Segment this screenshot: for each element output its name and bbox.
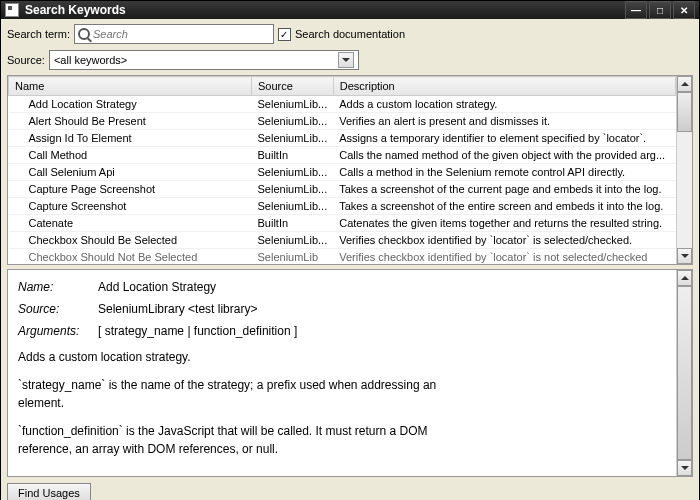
cell-name: Assign Id To Element [9, 130, 252, 147]
cell-desc: Verifies an alert is present and dismiss… [333, 113, 675, 130]
table-row[interactable]: Checkbox Should Be SelectedSeleniumLib..… [9, 232, 676, 249]
source-label: Source: [7, 54, 45, 66]
cell-source: SeleniumLib... [252, 96, 334, 113]
app-icon [5, 3, 19, 17]
cell-source: SeleniumLib... [252, 113, 334, 130]
detail-scrollbar[interactable] [676, 270, 692, 476]
scroll-down-icon[interactable] [677, 248, 692, 264]
scroll-up-icon[interactable] [677, 270, 692, 286]
cell-name: Catenate [9, 215, 252, 232]
search-input-wrap[interactable] [74, 24, 274, 44]
scroll-thumb[interactable] [677, 92, 692, 132]
search-input[interactable] [93, 28, 270, 40]
cell-source: SeleniumLib... [252, 164, 334, 181]
table-row[interactable]: Checkbox Should Not Be SelectedSeleniumL… [9, 249, 676, 265]
table-scrollbar[interactable] [676, 76, 692, 264]
cell-desc: Catenates the given items together and r… [333, 215, 675, 232]
detail-body: Name: Add Location Strategy Source: Sele… [8, 270, 676, 476]
cell-source: SeleniumLib... [252, 130, 334, 147]
cell-name: Call Selenium Api [9, 164, 252, 181]
table-row[interactable]: Capture ScreenshotSeleniumLib...Takes a … [9, 198, 676, 215]
detail-para: Adds a custom location strategy. [18, 348, 666, 366]
maximize-button[interactable]: □ [649, 1, 671, 19]
table-row[interactable]: Assign Id To ElementSeleniumLib...Assign… [9, 130, 676, 147]
scroll-up-icon[interactable] [677, 76, 692, 92]
source-selected: <all keywords> [54, 54, 127, 66]
footer-area: Find Usages [3, 479, 697, 500]
keyword-table-area: Name Source Description Add Location Str… [7, 75, 693, 265]
source-select[interactable]: <all keywords> [49, 50, 359, 70]
search-doc-label: Search documentation [295, 28, 405, 40]
titlebar: Search Keywords — □ ✕ [1, 1, 699, 19]
cell-source: SeleniumLib... [252, 198, 334, 215]
cell-name: Capture Page Screenshot [9, 181, 252, 198]
detail-name-value: Add Location Strategy [98, 278, 216, 296]
minimize-button[interactable]: — [625, 1, 647, 19]
search-keywords-window: Search Keywords — □ ✕ Search term: ✓ Sea… [0, 0, 700, 500]
keyword-table: Name Source Description Add Location Str… [8, 76, 676, 264]
detail-para: `function_definition` is the JavaScript … [18, 422, 458, 458]
detail-para: `strategy_name` is the name of the strat… [18, 376, 438, 412]
cell-desc: Adds a custom location strategy. [333, 96, 675, 113]
detail-name-label: Name: [18, 278, 98, 296]
table-header-row: Name Source Description [9, 77, 676, 96]
cell-name: Add Location Strategy [9, 96, 252, 113]
table-row[interactable]: Alert Should Be PresentSeleniumLib...Ver… [9, 113, 676, 130]
col-name[interactable]: Name [9, 77, 252, 96]
search-doc-checkbox[interactable]: ✓ [278, 28, 291, 41]
table-row[interactable]: Capture Page ScreenshotSeleniumLib...Tak… [9, 181, 676, 198]
table-row[interactable]: Call Selenium ApiSeleniumLib...Calls a m… [9, 164, 676, 181]
detail-source-value: SeleniumLibrary <test library> [98, 300, 257, 318]
scroll-track[interactable] [677, 92, 692, 248]
table-row[interactable]: Add Location StrategySeleniumLib...Adds … [9, 96, 676, 113]
cell-desc: Takes a screenshot of the entire screen … [333, 198, 675, 215]
cell-desc: Assigns a temporary identifier to elemen… [333, 130, 675, 147]
close-button[interactable]: ✕ [673, 1, 695, 19]
cell-name: Checkbox Should Not Be Selected [9, 249, 252, 265]
cell-source: SeleniumLib [252, 249, 334, 265]
table-row[interactable]: CatenateBuiltInCatenates the given items… [9, 215, 676, 232]
search-term-label: Search term: [7, 28, 70, 40]
cell-name: Call Method [9, 147, 252, 164]
table-row[interactable]: Call MethodBuiltInCalls the named method… [9, 147, 676, 164]
source-row: Source: <all keywords> [3, 47, 697, 73]
col-source[interactable]: Source [252, 77, 334, 96]
cell-name: Capture Screenshot [9, 198, 252, 215]
cell-source: BuiltIn [252, 147, 334, 164]
cell-desc: Takes a screenshot of the current page a… [333, 181, 675, 198]
find-usages-button[interactable]: Find Usages [7, 483, 91, 500]
cell-name: Checkbox Should Be Selected [9, 232, 252, 249]
cell-desc: Verifies checkbox identified by `locator… [333, 249, 675, 265]
detail-args-value: [ strategy_name | function_definition ] [98, 322, 297, 340]
cell-desc: Calls a method in the Selenium remote co… [333, 164, 675, 181]
chevron-down-icon [338, 52, 354, 68]
detail-description: Adds a custom location strategy. `strate… [18, 348, 666, 458]
cell-desc: Verifies checkbox identified by `locator… [333, 232, 675, 249]
col-description[interactable]: Description [333, 77, 675, 96]
search-icon [78, 28, 90, 40]
window-title: Search Keywords [25, 3, 625, 17]
detail-source-label: Source: [18, 300, 98, 318]
table-scroll: Name Source Description Add Location Str… [8, 76, 676, 264]
scroll-down-icon[interactable] [677, 460, 692, 476]
window-buttons: — □ ✕ [625, 1, 695, 19]
cell-source: SeleniumLib... [252, 232, 334, 249]
search-row: Search term: ✓ Search documentation [3, 21, 697, 47]
detail-args-label: Arguments: [18, 322, 98, 340]
scroll-thumb[interactable] [677, 286, 692, 460]
cell-name: Alert Should Be Present [9, 113, 252, 130]
content-area: Search term: ✓ Search documentation Sour… [1, 19, 699, 500]
scroll-track[interactable] [677, 286, 692, 460]
cell-source: SeleniumLib... [252, 181, 334, 198]
cell-desc: Calls the named method of the given obje… [333, 147, 675, 164]
cell-source: BuiltIn [252, 215, 334, 232]
detail-area: Name: Add Location Strategy Source: Sele… [7, 269, 693, 477]
